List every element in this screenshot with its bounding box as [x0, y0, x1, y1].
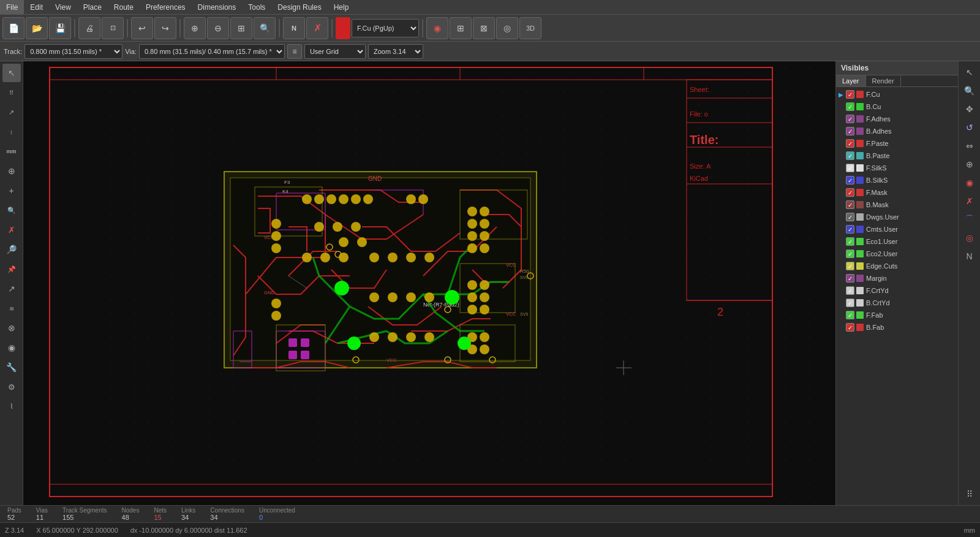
netlist-button[interactable]: N — [283, 17, 305, 39]
layer-check-bsilks[interactable]: ✓ — [846, 176, 854, 185]
zoom-select[interactable]: Zoom 3.14 — [368, 44, 423, 59]
layer-settings-icon[interactable]: ≡ — [287, 44, 302, 59]
measure-tool[interactable]: ↕ — [2, 123, 21, 141]
drc-rt-button[interactable]: ✗ — [961, 192, 978, 210]
fanout-tool[interactable]: ⊗ — [2, 319, 21, 337]
route-tool[interactable]: ↗ — [2, 103, 21, 121]
print2-button[interactable]: ⊡ — [102, 17, 124, 39]
inspect-tool[interactable]: 🔍 — [2, 201, 21, 219]
dots-rt-button[interactable]: ⠿ — [961, 486, 978, 503]
layer-item-fsilks[interactable]: ▶ ✓ F.SilkS — [836, 162, 958, 174]
unit-mm-tool[interactable]: mm — [2, 142, 21, 161]
layer-check-fcu[interactable]: ✓ — [846, 90, 854, 99]
layer-check-bcu[interactable]: ✓ — [846, 102, 854, 111]
pad-rt-button[interactable]: ⊕ — [961, 156, 978, 173]
rotate-rt-button[interactable]: ↺ — [961, 119, 978, 136]
tune-tool[interactable]: 🔧 — [2, 358, 21, 376]
highlight-net-tool[interactable]: ◉ — [2, 338, 21, 357]
layer-select[interactable]: F.Cu (PgUp) — [352, 19, 419, 37]
highlight-button[interactable]: ◉ — [426, 17, 448, 39]
highlight-net-rt-button[interactable]: ◉ — [961, 174, 978, 191]
layer-item-margin[interactable]: ▶ ✓ Margin — [836, 272, 958, 284]
layer-check-bmask[interactable]: ✓ — [846, 200, 854, 209]
pad-grid[interactable]: ⊞ — [450, 17, 472, 39]
pad-grid2[interactable]: ⊠ — [473, 17, 495, 39]
menu-view[interactable]: View — [49, 0, 77, 14]
canvas-area[interactable]: 2 Sheet: File: o Title: Size: A KiCad GN… — [23, 61, 835, 505]
search-tool[interactable]: 🔎 — [2, 240, 21, 259]
select-tool[interactable]: ↖ — [2, 64, 21, 82]
menu-preferences[interactable]: Preferences — [140, 0, 192, 14]
layer-item-eco2[interactable]: ▶ ✓ Eco2.User — [836, 248, 958, 260]
zoom-target-button[interactable]: ◎ — [961, 229, 978, 246]
layer-check-fpaste[interactable]: ✓ — [846, 139, 854, 148]
menu-dimensions[interactable]: Dimensions — [192, 0, 243, 14]
layer-item-fpaste[interactable]: ▶ ✓ F.Paste — [836, 137, 958, 150]
route-diff-tool[interactable]: ≋ — [2, 299, 21, 318]
layer-item-bfab[interactable]: ▶ ✓ B.Fab — [836, 321, 958, 333]
menu-design-rules[interactable]: Design Rules — [271, 0, 327, 14]
layer-check-fmask[interactable]: ✓ — [846, 188, 854, 197]
new-button[interactable]: 📄 — [2, 17, 24, 39]
layer-item-fcu[interactable]: ▶ ✓ F.Cu — [836, 88, 958, 101]
layer-item-ffab[interactable]: ▶ ✓ F.Fab — [836, 309, 958, 321]
layer-item-bpaste[interactable]: ▶ ✓ B.Paste — [836, 150, 958, 162]
drc-button[interactable]: ✗ — [306, 17, 328, 39]
layer-check-fsilks[interactable]: ✓ — [846, 164, 854, 172]
layer-check-bcrtyd[interactable]: ✓ — [846, 299, 854, 307]
origin-tool[interactable]: ⊕ — [2, 162, 21, 180]
menu-tools[interactable]: Tools — [242, 0, 271, 14]
layer-item-fmask[interactable]: ▶ ✓ F.Mask — [836, 186, 958, 199]
zoom-out-button[interactable]: ⊖ — [207, 17, 229, 39]
layer-item-edge[interactable]: ▶ ✓ Edge.Cuts — [836, 260, 958, 272]
drc-tool[interactable]: ✗ — [2, 221, 21, 239]
grid-select[interactable]: User Grid — [304, 44, 366, 59]
layer-item-eco1[interactable]: ▶ ✓ Eco1.User — [836, 235, 958, 248]
layer-check-fadhes[interactable]: ✓ — [846, 115, 854, 123]
layer-item-bsilks[interactable]: ▶ ✓ B.SilkS — [836, 174, 958, 186]
layer-check-edge[interactable]: ✓ — [846, 262, 854, 270]
redo-button[interactable]: ↪ — [154, 17, 176, 39]
curve-rt-button[interactable]: ⌒ — [961, 211, 978, 228]
open-button[interactable]: 📂 — [26, 17, 48, 39]
zoom-fit-button[interactable]: ⊞ — [230, 17, 252, 39]
zoom-area-button[interactable]: 🔍 — [254, 17, 276, 39]
route-track-tool[interactable]: ↗ — [2, 280, 21, 298]
zoom-rt-button[interactable]: 🔍 — [961, 82, 978, 99]
zoom-in-button[interactable]: ⊕ — [184, 17, 206, 39]
layer-item-bcrtyd[interactable]: ▶ ✓ B.CrtYd — [836, 297, 958, 309]
layer-check-eco1[interactable]: ✓ — [846, 237, 854, 246]
layer-check-badhes[interactable]: ✓ — [846, 127, 854, 135]
interactive-tool[interactable]: ⌇ — [2, 397, 21, 416]
move-rt-button[interactable]: ✥ — [961, 101, 978, 118]
layer-item-bcu[interactable]: ▶ ✓ B.Cu — [836, 101, 958, 113]
threed-btn[interactable]: 3D — [519, 17, 541, 39]
layer-tab-layer[interactable]: Layer — [836, 75, 866, 86]
layer-check-ffab[interactable]: ✓ — [846, 311, 854, 319]
grid-tool[interactable]: ⠿ — [2, 83, 21, 102]
polar-btn[interactable]: ◎ — [496, 17, 518, 39]
layer-check-bfab[interactable]: ✓ — [846, 323, 854, 332]
menu-place[interactable]: Place — [77, 0, 108, 14]
layer-tab-render[interactable]: Render — [866, 75, 901, 86]
layer-check-bpaste[interactable]: ✓ — [846, 151, 854, 160]
print-button[interactable]: 🖨 — [78, 17, 100, 39]
layer-check-margin[interactable]: ✓ — [846, 274, 854, 283]
layer-item-cmts[interactable]: ▶ ✓ Cmts.User — [836, 223, 958, 235]
layer-check-cmts[interactable]: ✓ — [846, 225, 854, 234]
undo-button[interactable]: ↩ — [131, 17, 153, 39]
mirror-rt-button[interactable]: ⇔ — [961, 137, 978, 154]
layer-item-fadhes[interactable]: ▶ ✓ F.Adhes — [836, 113, 958, 125]
layer-item-badhes[interactable]: ▶ ✓ B.Adhes — [836, 125, 958, 137]
pin-tool[interactable]: 📌 — [2, 260, 21, 278]
layer-item-bmask[interactable]: ▶ ✓ B.Mask — [836, 199, 958, 211]
layer-check-eco2[interactable]: ✓ — [846, 249, 854, 258]
via-select[interactable]: 0.80 mm (31.5 mils)/ 0.40 mm (15.7 mils)… — [139, 44, 285, 59]
layer-check-dwgs[interactable]: ✓ — [846, 213, 854, 221]
save-button[interactable]: 💾 — [49, 17, 71, 39]
menu-file[interactable]: File — [0, 0, 24, 14]
cursor-tool[interactable]: + — [2, 181, 21, 200]
snap-button[interactable]: N — [961, 248, 978, 265]
layer-item-fcrtyd[interactable]: ▶ ✓ F.CrtYd — [836, 284, 958, 297]
menu-edit[interactable]: Edit — [24, 0, 49, 14]
